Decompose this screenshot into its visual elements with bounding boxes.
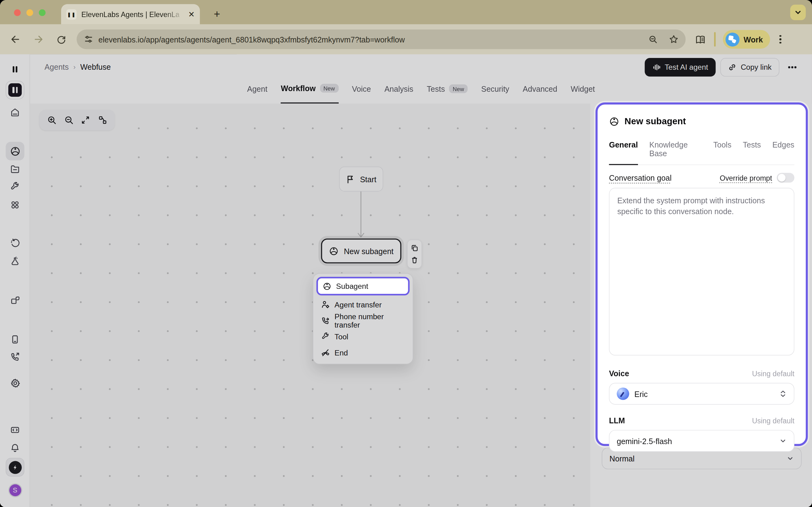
panel-tab-knowledge-base[interactable]: Knowledge Base (649, 140, 702, 164)
voice-label: Voice (609, 369, 629, 378)
minimize-window-button[interactable] (27, 9, 33, 16)
bookmark-star-icon[interactable] (669, 35, 678, 44)
reading-list-icon[interactable] (695, 34, 706, 45)
profile-avatar (725, 32, 740, 46)
url-bar[interactable]: elevenlabs.io/app/agents/agents/agent_68… (77, 30, 686, 49)
panel-tab-tests[interactable]: Tests (743, 140, 761, 164)
llm-value: gemini-2.5-flash (617, 436, 672, 445)
llm-select[interactable]: gemini-2.5-flash (609, 430, 794, 452)
subagent-panel: New subagent General Knowledge Base Tool… (596, 103, 808, 446)
profile-chip[interactable]: Work (723, 30, 770, 49)
reload-button[interactable] (50, 35, 72, 44)
conversation-goal-label: Conversation goal (609, 173, 671, 182)
llm-status: Using default (752, 416, 794, 425)
close-icon[interactable]: ✕ (188, 10, 195, 18)
tab-search-button[interactable] (790, 5, 806, 20)
voice-value: Eric (634, 389, 648, 398)
agent-icon (609, 116, 619, 126)
chevron-down-icon (794, 9, 802, 16)
panel-tab-edges[interactable]: Edges (772, 140, 794, 164)
zoom-window-button[interactable] (39, 9, 46, 16)
override-prompt-toggle[interactable] (777, 173, 794, 183)
new-tab-button[interactable]: + (210, 7, 224, 21)
profile-name: Work (744, 35, 763, 44)
screen: ❚❚ ElevenLabs Agents | ElevenLa ✕ + elev… (0, 0, 812, 507)
menu-item-subagent[interactable]: Subagent (316, 277, 410, 295)
chevron-updown-icon (779, 390, 786, 398)
conversation-goal-input[interactable] (609, 188, 794, 355)
pause-icon: ❚❚ (66, 9, 77, 19)
panel-tab-tools[interactable]: Tools (713, 140, 731, 164)
close-window-button[interactable] (14, 9, 21, 16)
back-icon (10, 34, 20, 44)
site-settings-icon[interactable] (84, 35, 93, 44)
voice-status: Using default (752, 369, 794, 378)
browser-menu-button[interactable] (770, 35, 791, 44)
url-text[interactable]: elevenlabs.io/app/agents/agents/agent_68… (98, 35, 643, 44)
browser-toolbar: elevenlabs.io/app/agents/agents/agent_68… (0, 24, 812, 54)
chevron-down-icon (779, 437, 786, 444)
agent-icon (322, 282, 331, 290)
voice-select[interactable]: Eric (609, 383, 794, 405)
app-page: S Agents › Webfuse Test AI agent Copy li… (0, 54, 812, 507)
voice-avatar (617, 388, 629, 400)
browser-tab[interactable]: ❚❚ ElevenLabs Agents | ElevenLa ✕ (61, 4, 200, 24)
back-button[interactable] (4, 34, 27, 44)
override-prompt-label: Override prompt (720, 174, 772, 182)
reload-icon (56, 35, 66, 44)
llm-label: LLM (609, 416, 625, 425)
browser-window: ❚❚ ElevenLabs Agents | ElevenLa ✕ + elev… (0, 0, 812, 507)
tab-title: ElevenLabs Agents | ElevenLa (81, 10, 184, 18)
panel-tab-general[interactable]: General (609, 140, 638, 165)
panel-tabs: General Knowledge Base Tools Tests Edges (609, 140, 794, 165)
panel-title: New subagent (625, 116, 686, 127)
toolbar-divider (714, 32, 716, 47)
titlebar: ❚❚ ElevenLabs Agents | ElevenLa ✕ + (0, 0, 812, 24)
menu-item-label: Subagent (336, 282, 368, 290)
forward-icon (33, 34, 43, 44)
forward-button[interactable] (27, 34, 50, 44)
zoom-page-icon[interactable] (648, 35, 658, 44)
